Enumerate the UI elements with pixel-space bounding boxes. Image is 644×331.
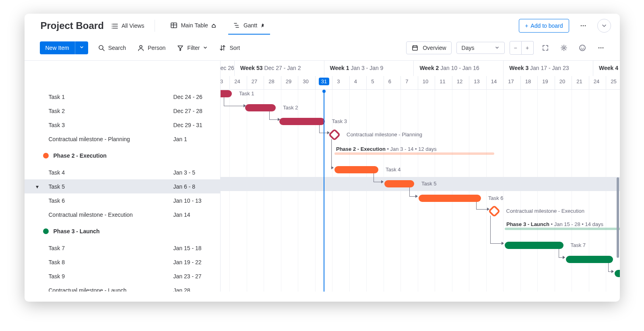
- svg-point-5: [140, 45, 142, 48]
- tab-gantt-label: Gantt: [244, 22, 257, 29]
- gear-icon: [560, 44, 568, 51]
- gantt-bar[interactable]: [279, 118, 325, 125]
- day-label: 19: [542, 78, 548, 84]
- smile-icon: [579, 44, 586, 51]
- search-label: Search: [108, 45, 126, 51]
- phase-underline: [505, 228, 620, 230]
- timeline-header: ec 26Week 53 Dec 27 - Jan 2Week 1 Jan 3 …: [221, 61, 620, 90]
- gantt-bar[interactable]: [221, 90, 232, 97]
- gantt-bar[interactable]: [384, 180, 415, 187]
- svg-point-3: [584, 25, 586, 27]
- task-row[interactable]: Contractual milestone - ExecutionJan 14: [25, 208, 220, 222]
- zoom-out-button[interactable]: −: [510, 41, 522, 55]
- dots-icon: [580, 22, 587, 29]
- svg-rect-0: [171, 23, 177, 28]
- chevron-down-icon: [203, 45, 208, 50]
- settings-button[interactable]: [557, 41, 571, 55]
- sort-button[interactable]: Sort: [219, 44, 240, 51]
- new-item-button[interactable]: New Item: [40, 41, 88, 54]
- day-label: 4: [354, 78, 357, 84]
- search-icon: [98, 44, 105, 51]
- more-menu-button[interactable]: [576, 19, 590, 33]
- gantt-icon: [233, 22, 240, 29]
- separator: [155, 20, 155, 32]
- svg-point-7: [563, 47, 565, 49]
- svg-point-1: [580, 25, 582, 27]
- phase-underline: [334, 152, 494, 155]
- task-row[interactable]: Task 9Jan 23 - 27: [25, 269, 220, 283]
- svg-point-8: [580, 45, 585, 51]
- gantt-chart[interactable]: ❯ ec 26Week 53 Dec 27 - Jan 2Week 1 Jan …: [221, 61, 620, 292]
- task-row[interactable]: Task 6Jan 10 - 13: [25, 193, 220, 208]
- gantt-bar-label: Task 6: [488, 195, 504, 201]
- person-filter-button[interactable]: Person: [137, 44, 165, 51]
- new-item-dropdown[interactable]: [75, 41, 88, 54]
- app-window: Project Board All Views Main Table Gantt…: [25, 14, 620, 302]
- board-body: Task 1Dec 24 - 26Task 2Dec 27 - 28Task 3…: [25, 61, 620, 292]
- phase-3-header[interactable]: Phase 3 - Launch: [25, 222, 220, 241]
- board-more-button[interactable]: [594, 41, 608, 55]
- new-item-label[interactable]: New Item: [40, 41, 75, 54]
- calendar-icon: [411, 44, 419, 51]
- svg-point-11: [602, 47, 603, 49]
- day-label: 10: [423, 78, 428, 84]
- day-label: 6: [388, 78, 391, 84]
- gantt-bar-label: Task 4: [386, 167, 401, 173]
- task-list-sidebar: Task 1Dec 24 - 26Task 2Dec 27 - 28Task 3…: [25, 61, 221, 292]
- day-label: 7: [405, 78, 408, 84]
- gantt-milestone[interactable]: [328, 128, 341, 141]
- task-row[interactable]: Task 7Jan 15 - 18: [25, 241, 220, 255]
- sort-label: Sort: [229, 45, 240, 51]
- task-row[interactable]: Task 3Dec 29 - 31: [25, 118, 220, 132]
- task-row[interactable]: ▾Task 5Jan 6 - 8: [25, 179, 220, 193]
- tab-main-table-label: Main Table: [181, 22, 208, 29]
- caret-down-icon[interactable]: ▾: [34, 183, 41, 190]
- day-label: 20: [559, 78, 565, 84]
- task-row[interactable]: Task 2Dec 27 - 28: [25, 104, 220, 118]
- zoom-in-button[interactable]: +: [522, 41, 534, 55]
- task-row[interactable]: Task 8Jan 19 - 22: [25, 255, 220, 269]
- scrollbar-handle[interactable]: [617, 177, 619, 258]
- gantt-bar[interactable]: [615, 270, 620, 277]
- filter-bar: Search Person Filter Sort: [98, 44, 240, 51]
- toolbar-right: Overview Days − +: [406, 41, 607, 55]
- task-row[interactable]: Contractual milestone - LaunchJan 28: [25, 283, 220, 292]
- gantt-bar[interactable]: [566, 256, 613, 263]
- table-icon: [170, 22, 178, 29]
- task-row[interactable]: Task 1Dec 24 - 26: [25, 90, 220, 104]
- collapse-button[interactable]: [597, 19, 611, 33]
- gantt-bar[interactable]: [419, 195, 481, 202]
- sort-icon: [219, 44, 226, 51]
- board-title: Project Board: [41, 20, 104, 31]
- gantt-bar-label: Task 1: [239, 90, 254, 97]
- all-views-menu[interactable]: All Views: [111, 22, 144, 29]
- filter-button[interactable]: Filter: [177, 44, 208, 51]
- feedback-button[interactable]: [576, 41, 589, 55]
- gantt-milestone-label: Contractual milestone - Execution: [506, 208, 584, 214]
- timescale-label: Days: [462, 45, 475, 51]
- task-row[interactable]: Contractual milestone - PlanningJan 1: [25, 132, 220, 146]
- search-button[interactable]: Search: [98, 44, 126, 51]
- overview-button[interactable]: Overview: [406, 41, 451, 54]
- gantt-bar[interactable]: [334, 166, 378, 173]
- day-label: 11: [440, 78, 445, 84]
- svg-point-2: [582, 25, 584, 27]
- gantt-bar-label: Task 5: [421, 181, 437, 187]
- person-icon: [137, 44, 144, 51]
- gantt-bar[interactable]: [245, 104, 276, 111]
- day-label: 18: [525, 78, 531, 84]
- chevron-down-icon: [79, 45, 84, 50]
- pin-icon: [260, 23, 265, 28]
- gantt-bar-label: Task 7: [571, 242, 586, 248]
- task-row[interactable]: Task 4Jan 3 - 5: [25, 165, 220, 179]
- day-label: 29: [286, 78, 291, 84]
- add-to-board-button[interactable]: + Add to board: [519, 19, 569, 33]
- tab-main-table[interactable]: Main Table: [165, 19, 221, 35]
- fullscreen-button[interactable]: [539, 41, 552, 55]
- phase-2-header[interactable]: Phase 2 - Execution: [25, 146, 220, 165]
- gantt-bar[interactable]: [505, 242, 564, 249]
- tab-gantt[interactable]: Gantt: [228, 19, 270, 35]
- timescale-dropdown[interactable]: Days: [456, 42, 505, 54]
- home-icon: [211, 23, 216, 28]
- day-label: 14: [491, 78, 497, 84]
